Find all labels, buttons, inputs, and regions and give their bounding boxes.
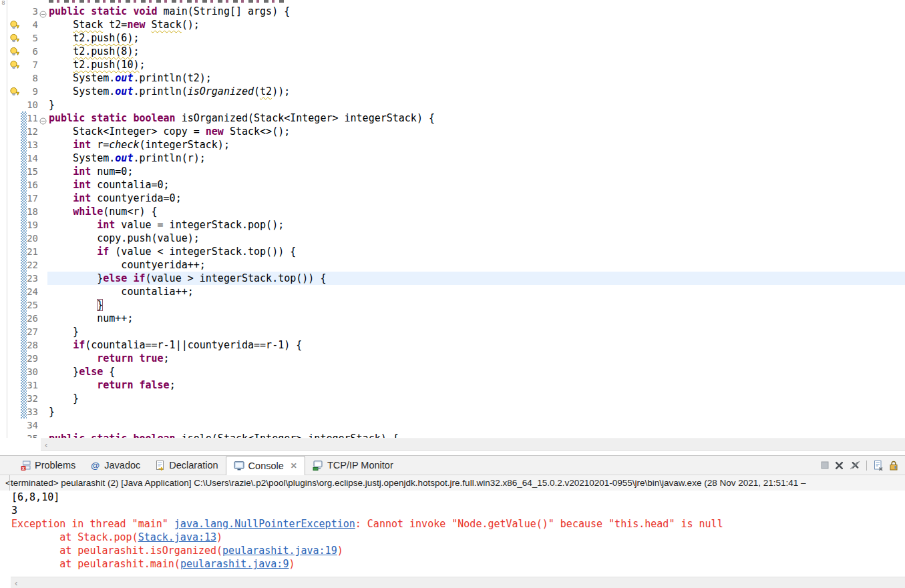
- code-line[interactable]: 25 }: [0, 298, 905, 312]
- code-text: Stack t2=new Stack();: [47, 18, 905, 31]
- line-number: 18: [0, 205, 38, 218]
- warning-lightbulb-icon[interactable]: [9, 20, 19, 30]
- code-line[interactable]: 14 System.out.println(r);: [0, 152, 905, 165]
- code-text: public static boolean isOrganized(Stack<…: [47, 111, 905, 125]
- tab-javadoc[interactable]: @Javadoc: [83, 456, 148, 475]
- code-line[interactable]: 22 countyerida++;: [0, 258, 905, 272]
- code-line[interactable]: 35public static boolean isole(Stack<Inte…: [0, 432, 905, 438]
- console-stderr-line: at peularashit.main(peularashit.java:9): [0, 557, 905, 571]
- console-stderr-line: Exception in thread "main" java.lang.Nul…: [0, 517, 905, 531]
- code-line[interactable]: 3public static void main(String[] args) …: [0, 5, 905, 18]
- fold-collapse-icon[interactable]: [39, 435, 47, 438]
- code-line[interactable]: 16 int countalia=0;: [0, 178, 905, 192]
- console-text: at Stack.pop(: [11, 531, 138, 543]
- quick-diff-bar: [21, 138, 27, 152]
- toolbar-separator: [866, 461, 867, 471]
- fold-collapse-icon[interactable]: [39, 115, 47, 122]
- warning-lightbulb-icon[interactable]: [9, 47, 19, 57]
- code-line[interactable]: 19 int value = integerStack.pop();: [0, 218, 905, 232]
- console-output[interactable]: [6,8,10]3Exception in thread "main" java…: [0, 491, 905, 577]
- code-line[interactable]: 17 int countyerida=0;: [0, 192, 905, 205]
- remove-all-terminated-icon[interactable]: [850, 461, 860, 470]
- console-text: at peularashit.isOrganized(: [11, 545, 222, 557]
- code-text: int value = integerStack.pop();: [47, 218, 905, 232]
- tab-console[interactable]: Console✕: [226, 456, 305, 475]
- javadoc-icon: @: [90, 461, 100, 471]
- scroll-left-arrow-icon[interactable]: ‹: [15, 577, 17, 588]
- line-number: 32: [0, 392, 38, 405]
- console-text: : Cannot invoke "Node.getValue()" becaus…: [355, 518, 723, 530]
- close-tab-icon[interactable]: ✕: [291, 461, 297, 471]
- warning-lightbulb-icon[interactable]: [9, 60, 19, 70]
- stacktrace-hyperlink[interactable]: peularashit.java:19: [222, 545, 337, 557]
- fold-collapse-icon[interactable]: [39, 8, 47, 15]
- code-line[interactable]: 12 Stack<Integer> copy = new Stack<>();: [0, 125, 905, 138]
- code-text: countalia++;: [47, 285, 905, 298]
- code-text: Stack<Integer> copy = new Stack<>();: [47, 125, 905, 138]
- code-line[interactable]: 9 System.out.println(isOrganized(t2));: [0, 85, 905, 98]
- console-text: 3: [11, 505, 17, 517]
- stacktrace-hyperlink[interactable]: java.lang.NullPointerException: [174, 518, 355, 530]
- remove-launch-icon[interactable]: [835, 461, 844, 470]
- code-text: }: [47, 405, 905, 418]
- code-area[interactable]: 3public static void main(String[] args) …: [0, 5, 905, 438]
- code-line[interactable]: 34: [0, 418, 905, 432]
- code-line[interactable]: 32 }: [0, 392, 905, 405]
- clear-console-icon[interactable]: [873, 461, 883, 471]
- editor-horizontal-scrollbar[interactable]: ‹: [41, 438, 905, 451]
- stacktrace-hyperlink[interactable]: peularashit.java:9: [180, 558, 289, 570]
- code-line[interactable]: 5 t2.push(6);: [0, 31, 905, 45]
- code-line[interactable]: 4 Stack t2=new Stack();: [0, 18, 905, 31]
- tab-problems[interactable]: xProblems: [13, 456, 83, 475]
- tab-declaration[interactable]: Declaration: [148, 456, 225, 475]
- code-line[interactable]: 24 countalia++;: [0, 285, 905, 298]
- line-number: 20: [0, 232, 38, 245]
- scroll-lock-icon[interactable]: [889, 461, 898, 471]
- quick-diff-bar: [21, 352, 27, 365]
- code-line[interactable]: 33}: [0, 405, 905, 418]
- line-number: 29: [0, 352, 38, 365]
- code-line[interactable]: 29 return true;: [0, 352, 905, 365]
- console-stderr-line: at Stack.pop(Stack.java:13): [0, 531, 905, 544]
- code-line[interactable]: 11public static boolean isOrganized(Stac…: [0, 111, 905, 125]
- code-line[interactable]: 15 int num=0;: [0, 165, 905, 178]
- code-text: }: [47, 298, 905, 312]
- code-line[interactable]: 27 }: [0, 325, 905, 338]
- code-line[interactable]: 8 System.out.println(t2);: [0, 71, 905, 85]
- code-line[interactable]: 10}: [0, 98, 905, 111]
- scroll-left-arrow-icon[interactable]: ‹: [45, 439, 47, 451]
- quick-diff-bar: [21, 258, 27, 272]
- java-editor[interactable]: 8 3public static void main(String[] args…: [0, 0, 905, 438]
- code-text: int countyerida=0;: [47, 192, 905, 205]
- line-number: 11: [0, 111, 38, 125]
- code-text: }: [47, 98, 905, 111]
- tab-label: Declaration: [169, 460, 218, 471]
- console-horizontal-scrollbar[interactable]: ‹: [11, 577, 905, 588]
- stacktrace-hyperlink[interactable]: Stack.java:13: [138, 531, 216, 543]
- console-text: [6,8,10]: [11, 491, 59, 503]
- line-number: 16: [0, 178, 38, 192]
- code-line[interactable]: 30 }else {: [0, 365, 905, 378]
- code-line[interactable]: 26 num++;: [0, 312, 905, 325]
- code-line[interactable]: 20 copy.push(value);: [0, 232, 905, 245]
- console-stdout-line: 3: [0, 504, 905, 517]
- line-number: 26: [0, 312, 38, 325]
- warning-lightbulb-icon[interactable]: [9, 33, 19, 43]
- code-text: return true;: [47, 352, 905, 365]
- code-line[interactable]: 21 if (value < integerStack.top()) {: [0, 245, 905, 258]
- code-line[interactable]: 7 t2.push(10);: [0, 58, 905, 71]
- warning-lightbulb-icon[interactable]: [9, 87, 19, 97]
- quick-diff-bar: [21, 152, 27, 165]
- code-line[interactable]: 28 if(countalia==r-1||countyerida==r-1) …: [0, 338, 905, 352]
- quick-diff-bar: [21, 405, 27, 418]
- code-line[interactable]: 18 while(num<r) {: [0, 205, 905, 218]
- svg-text:x: x: [22, 465, 25, 470]
- quick-diff-bar: [21, 272, 27, 285]
- code-line[interactable]: 23 }else if(value > integerStack.top()) …: [0, 272, 905, 285]
- code-line[interactable]: 31 return false;: [0, 378, 905, 392]
- terminate-icon[interactable]: [821, 461, 829, 469]
- line-number: 3: [0, 5, 38, 18]
- code-line[interactable]: 6 t2.push(8);: [0, 45, 905, 58]
- code-line[interactable]: 13 int r=check(integerStack);: [0, 138, 905, 152]
- tab-tcp-ip-monitor[interactable]: TCP/IP Monitor: [305, 456, 401, 475]
